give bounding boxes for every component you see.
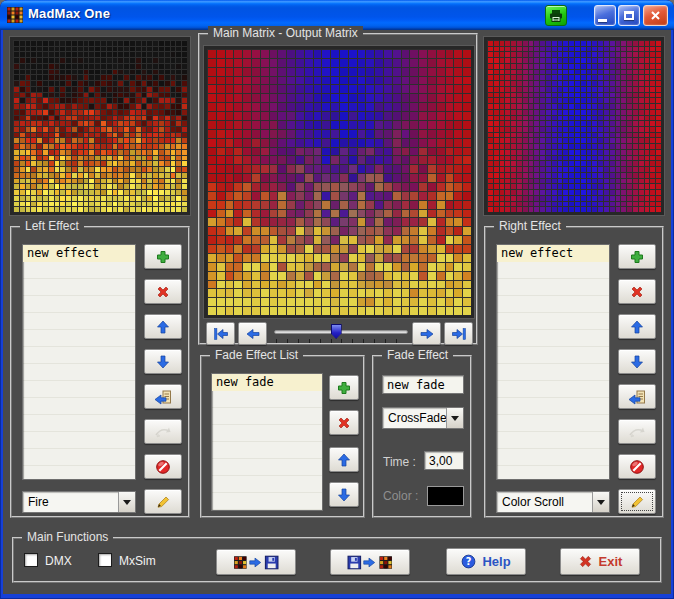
- right-stop-button[interactable]: [618, 454, 656, 479]
- fade-move-up-button[interactable]: [329, 447, 359, 472]
- fade-color-swatch: [427, 486, 464, 506]
- left-import-button: [144, 419, 182, 444]
- list-item[interactable]: new fade: [212, 374, 322, 391]
- mxsim-checkbox[interactable]: [98, 553, 112, 567]
- fade-add-button[interactable]: [329, 375, 359, 400]
- list-item[interactable]: new effect: [497, 245, 609, 262]
- maximize-icon: [624, 11, 634, 20]
- matrix-position-slider[interactable]: [274, 323, 408, 345]
- main-functions-group: Main Functions DMX MxSim ? Help Exit: [12, 537, 662, 583]
- right-move-up-button[interactable]: [618, 314, 656, 339]
- fade-effect-list[interactable]: new fade: [211, 373, 323, 511]
- right-add-button[interactable]: [618, 244, 656, 269]
- left-edit-button[interactable]: [144, 489, 182, 514]
- slider-ticks: [276, 339, 406, 343]
- app-window: MadMax One Main Matrix - Output Matrix: [0, 0, 674, 599]
- help-icon: ?: [461, 554, 476, 569]
- list-item[interactable]: new effect: [23, 245, 135, 262]
- mxsim-checkbox-label: MxSim: [119, 554, 156, 568]
- right-effect-type-value: Color Scroll: [497, 492, 592, 512]
- minimize-button[interactable]: [594, 5, 616, 26]
- slider-thumb[interactable]: [331, 324, 342, 339]
- exit-button[interactable]: Exit: [560, 548, 640, 575]
- left-effect-type-combo[interactable]: Fire: [22, 491, 136, 513]
- fade-time-input[interactable]: [424, 451, 464, 470]
- load-matrix-from-disk-button[interactable]: [330, 549, 410, 575]
- dmx-checkbox-label: DMX: [45, 554, 72, 568]
- right-delete-button[interactable]: [618, 279, 656, 304]
- left-stop-button[interactable]: [144, 454, 182, 479]
- fade-combo-arrow-icon[interactable]: [446, 408, 463, 428]
- minimize-icon: [598, 19, 607, 22]
- fade-type-value: CrossFade: [383, 408, 446, 428]
- help-button[interactable]: ? Help: [446, 548, 526, 575]
- left-effect-preview: [10, 37, 190, 215]
- window-title: MadMax One: [28, 6, 110, 21]
- left-effect-group-label: Left Effect: [20, 219, 84, 233]
- fade-name-input[interactable]: [382, 375, 464, 394]
- left-effect-preview-matrix: [13, 40, 187, 212]
- close-button[interactable]: [643, 5, 668, 26]
- main-matrix-canvas: [207, 49, 471, 315]
- right-import-button: [618, 419, 656, 444]
- print-button[interactable]: [545, 5, 567, 26]
- first-step-button[interactable]: [206, 322, 235, 345]
- previous-step-button[interactable]: [238, 322, 267, 345]
- right-effect-type-combo[interactable]: Color Scroll: [496, 491, 610, 513]
- fade-effect-list-group-label: Fade Effect List: [210, 348, 303, 362]
- app-icon: [7, 7, 23, 23]
- window-frame: MadMax One Main Matrix - Output Matrix: [0, 0, 674, 599]
- right-effect-group-label: Right Effect: [494, 219, 566, 233]
- svg-text:?: ?: [466, 556, 472, 567]
- client-area: Main Matrix - Output Matrix Left Effect …: [3, 30, 671, 594]
- fade-effect-group-label: Fade Effect: [382, 348, 453, 362]
- next-step-button[interactable]: [412, 322, 441, 345]
- left-move-up-button[interactable]: [144, 314, 182, 339]
- fade-delete-button[interactable]: [329, 410, 359, 435]
- left-delete-button[interactable]: [144, 279, 182, 304]
- maximize-button[interactable]: [618, 5, 640, 26]
- left-export-button[interactable]: [144, 384, 182, 409]
- right-effect-preview-matrix: [487, 40, 661, 212]
- save-matrix-to-disk-button[interactable]: [216, 549, 296, 575]
- left-effect-group: Left Effect new effect Fire: [10, 226, 190, 518]
- main-matrix-display: [204, 46, 474, 318]
- left-combo-arrow-icon[interactable]: [118, 492, 135, 512]
- main-matrix-group: Main Matrix - Output Matrix: [198, 33, 478, 345]
- last-step-button[interactable]: [444, 322, 473, 345]
- right-edit-button[interactable]: [618, 489, 656, 514]
- right-effect-list[interactable]: new effect: [496, 244, 610, 480]
- fade-time-label: Time :: [383, 455, 416, 469]
- dmx-checkbox[interactable]: [24, 553, 38, 567]
- fade-type-combo[interactable]: CrossFade: [382, 407, 464, 429]
- fade-effect-group: Fade Effect CrossFade Time : Color :: [372, 355, 472, 518]
- right-effect-group: Right Effect new effect Color Scroll: [484, 226, 664, 518]
- exit-button-label: Exit: [599, 554, 623, 569]
- left-effect-list[interactable]: new effect: [22, 244, 136, 480]
- left-move-down-button[interactable]: [144, 349, 182, 374]
- right-effect-preview: [484, 37, 664, 215]
- right-export-button[interactable]: [618, 384, 656, 409]
- left-add-button[interactable]: [144, 244, 182, 269]
- help-button-label: Help: [482, 554, 510, 569]
- fade-move-down-button[interactable]: [329, 482, 359, 507]
- main-matrix-group-label: Main Matrix - Output Matrix: [208, 26, 363, 40]
- right-combo-arrow-icon[interactable]: [592, 492, 609, 512]
- right-move-down-button[interactable]: [618, 349, 656, 374]
- fade-effect-list-group: Fade Effect List new fade: [200, 355, 365, 518]
- fade-color-label: Color :: [383, 489, 418, 503]
- left-effect-type-value: Fire: [23, 492, 118, 512]
- main-functions-group-label: Main Functions: [22, 530, 113, 544]
- exit-icon: [578, 554, 593, 569]
